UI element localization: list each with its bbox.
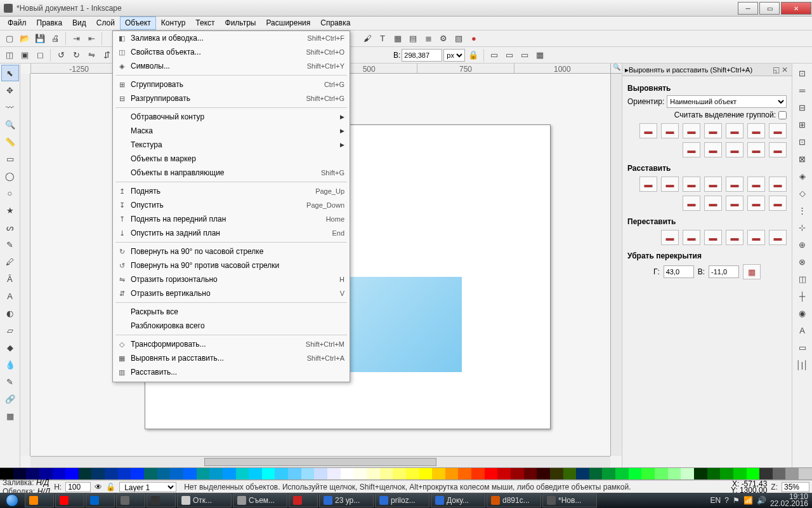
snap-icon[interactable]: ◫ — [794, 271, 811, 287]
align-button[interactable]: ▬ — [769, 177, 787, 192]
close-button[interactable]: ✕ — [781, 2, 811, 15]
menuitem[interactable]: ▥Расставить... — [113, 365, 350, 379]
swatch[interactable] — [327, 468, 341, 479]
tool-icon[interactable]: ▱ — [1, 322, 19, 338]
align-button[interactable]: ▬ — [704, 142, 722, 157]
swatch[interactable] — [602, 468, 615, 479]
swatch[interactable] — [144, 468, 157, 479]
tool-icon[interactable]: ◐ — [1, 305, 19, 321]
menuitem[interactable]: Объекты в маркер — [113, 152, 350, 166]
swatch[interactable] — [249, 468, 262, 479]
align-button[interactable]: ▬ — [726, 230, 743, 245]
tool-icon[interactable]: ✎ — [1, 236, 19, 253]
align-button[interactable]: ▬ — [769, 196, 787, 211]
swatch[interactable] — [341, 468, 354, 479]
swatch[interactable] — [79, 468, 92, 479]
text-tool-icon[interactable]: T — [376, 32, 390, 46]
group-checkbox[interactable] — [778, 111, 787, 119]
swatch[interactable] — [537, 468, 550, 479]
swatch[interactable] — [262, 468, 275, 479]
menuitem[interactable]: ⇋Отразить горизонтальноH — [113, 272, 350, 286]
menu-слой[interactable]: Слой — [91, 17, 120, 30]
menuitem[interactable]: Обтравочный контур▶ — [113, 110, 350, 124]
swatch[interactable] — [589, 468, 603, 479]
swatch[interactable] — [445, 468, 459, 479]
menu-текст[interactable]: Текст — [190, 17, 219, 30]
swatch[interactable] — [668, 468, 681, 479]
menuitem[interactable]: ↺Повернуть на 90° против часовой стрелки — [113, 258, 350, 272]
minimize-button[interactable]: ─ — [738, 2, 758, 15]
swatch[interactable] — [563, 468, 577, 479]
clock-date[interactable]: 22.02.2016 — [770, 500, 808, 507]
menu-расширения[interactable]: Расширения — [261, 17, 315, 30]
zoom-input[interactable] — [782, 482, 809, 492]
tool-icon[interactable]: ○ — [1, 185, 19, 201]
swatch[interactable] — [157, 468, 171, 479]
taskbar-app[interactable]: d891c... — [487, 493, 541, 507]
deselect-icon[interactable]: ◻ — [33, 48, 47, 62]
align-button[interactable]: ▬ — [683, 230, 700, 245]
taskbar-app[interactable] — [25, 493, 54, 507]
menuitem[interactable]: ⊞СгруппироватьCtrl+G — [113, 77, 350, 91]
opacity-input[interactable] — [65, 482, 91, 492]
align-button[interactable]: ▬ — [704, 123, 722, 138]
flip-h-icon[interactable]: ⇋ — [84, 48, 98, 62]
menuitem[interactable]: ◫Свойства объекта...Shift+Ctrl+O — [113, 45, 350, 59]
lock-layer-icon[interactable]: 🔓 — [106, 483, 115, 491]
swatch[interactable] — [406, 468, 419, 479]
swatch[interactable] — [118, 468, 131, 479]
rotate-cw-icon[interactable]: ↻ — [69, 48, 83, 62]
scrollbar-horizontal[interactable] — [30, 456, 610, 467]
swatch[interactable] — [720, 468, 733, 479]
save-icon[interactable]: 💾 — [33, 32, 47, 46]
align-button[interactable]: ▬ — [747, 177, 765, 192]
import-icon[interactable]: ⇥ — [69, 32, 83, 46]
tool-icon[interactable]: 💧 — [1, 356, 19, 373]
export-icon[interactable]: ⇤ — [84, 32, 98, 46]
taskbar-app[interactable]: *Нов... — [542, 493, 597, 507]
swatch[interactable] — [511, 468, 524, 479]
taskbar-app[interactable] — [86, 493, 115, 507]
swatch[interactable] — [236, 468, 249, 479]
snap-icon[interactable]: ◈ — [794, 168, 811, 184]
swatch[interactable] — [314, 468, 327, 479]
tray-flag-icon[interactable]: ⚑ — [733, 496, 740, 505]
align-button[interactable]: ▬ — [726, 177, 743, 192]
menu-файл[interactable]: Файл — [3, 17, 32, 30]
align-button[interactable]: ▬ — [661, 177, 679, 192]
snap-icon[interactable]: ┼ — [794, 288, 811, 304]
menuitem[interactable]: Маска▶ — [113, 124, 350, 138]
swatch[interactable] — [209, 468, 223, 479]
swatch[interactable] — [223, 468, 236, 479]
swatch[interactable] — [301, 468, 315, 479]
maximize-button[interactable]: ▭ — [759, 2, 780, 15]
snap-icon[interactable]: ⊡ — [794, 133, 811, 150]
swatch[interactable] — [629, 468, 642, 479]
swatch[interactable] — [785, 468, 799, 479]
align-button[interactable]: ▬ — [747, 142, 765, 157]
tool-icon[interactable]: ✎ — [1, 373, 19, 390]
snap-icon[interactable]: ⊗ — [794, 253, 811, 270]
unit-select[interactable]: px — [443, 49, 465, 62]
taskbar-app[interactable] — [116, 493, 145, 507]
swatch[interactable] — [65, 468, 79, 479]
swatch[interactable] — [471, 468, 485, 479]
lock-icon[interactable]: 🔒 — [466, 48, 480, 62]
menuitem[interactable]: ⤒Поднять на передний планHome — [113, 212, 350, 226]
swatch[interactable] — [275, 468, 288, 479]
swatch[interactable] — [197, 468, 210, 479]
align-button[interactable]: ▬ — [704, 177, 722, 192]
snap-icon[interactable]: ▭ — [794, 339, 811, 356]
tool-icon[interactable]: ▭ — [1, 150, 19, 167]
align-button[interactable]: ▬ — [747, 196, 765, 211]
select-layer-icon[interactable]: ▣ — [18, 48, 32, 62]
layers-icon[interactable]: ≣ — [421, 32, 435, 46]
menuitem[interactable]: ↥ПоднятьPage_Up — [113, 184, 350, 198]
taskbar-app[interactable] — [55, 493, 84, 507]
menuitem[interactable]: ◇Трансформировать...Shift+Ctrl+M — [113, 337, 350, 351]
snap-icon[interactable]: ⊹ — [794, 219, 811, 236]
overlap-v-input[interactable] — [709, 265, 739, 278]
snap-icon[interactable]: │|│ — [794, 356, 811, 373]
align-button[interactable]: ▬ — [683, 142, 700, 157]
scrollbar-vertical[interactable] — [610, 74, 622, 456]
